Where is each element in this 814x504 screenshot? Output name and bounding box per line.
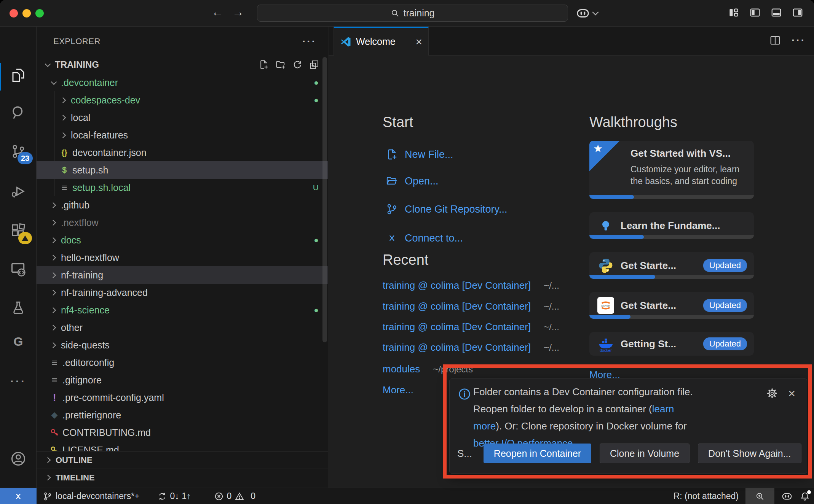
recent-more-link[interactable]: More... bbox=[383, 384, 413, 396]
progress-bar bbox=[589, 315, 754, 319]
copilot-icon[interactable] bbox=[781, 491, 793, 502]
tree-item-devcontainer-json[interactable]: devcontainer.json bbox=[37, 144, 328, 161]
tree-item-hello-nextflow[interactable]: hello-nextflow bbox=[37, 249, 328, 266]
sync-status[interactable]: 0↓ 1↑ bbox=[157, 491, 191, 501]
toggle-panel-icon[interactable] bbox=[771, 7, 782, 18]
tree-item-pre-commit-config[interactable]: .pre-commit-config.yaml bbox=[37, 389, 328, 406]
customize-layout-icon[interactable] bbox=[728, 7, 739, 18]
start-open[interactable]: Open... bbox=[386, 173, 439, 189]
collapse-all-icon[interactable] bbox=[309, 59, 319, 70]
zoom-status[interactable] bbox=[745, 488, 774, 504]
config-file-icon bbox=[49, 374, 60, 386]
tree-item-codespaces-dev[interactable]: codespaces-dev ● bbox=[37, 91, 328, 109]
chevron-right-icon bbox=[43, 455, 53, 465]
tree-item-nf-training[interactable]: nf-training bbox=[37, 266, 328, 284]
source-control-badge: 23 bbox=[18, 152, 33, 164]
walkthrough-card-jupyter[interactable]: jupyter Get Starte... Updated bbox=[589, 292, 754, 319]
close-icon[interactable]: × bbox=[415, 36, 422, 48]
updated-badge: Updated bbox=[703, 259, 747, 272]
recent-item[interactable]: training @ colima [Dev Container] ~/... bbox=[383, 300, 559, 314]
truncated-button[interactable]: S... bbox=[457, 448, 472, 459]
extensions-warning-badge bbox=[18, 232, 32, 244]
vscode-window: ← → training 23 bbox=[0, 0, 814, 504]
toggle-primary-sidebar-icon[interactable] bbox=[749, 7, 761, 18]
warning-icon bbox=[235, 491, 244, 501]
recent-item[interactable]: training @ colima [Dev Container] ~/... bbox=[383, 280, 559, 293]
walkthrough-card-docker[interactable]: docker Getting St... Updated bbox=[589, 332, 754, 356]
branch-status[interactable]: local-devcontainers*+ bbox=[43, 491, 140, 501]
recent-item[interactable]: training @ colima [Dev Container] ~/... bbox=[383, 321, 559, 335]
run-debug-icon[interactable] bbox=[0, 181, 37, 202]
recent-item[interactable]: training @ colima [Dev Container] ~/... bbox=[383, 342, 559, 355]
tree-item-nf4-science[interactable]: nf4-science ● bbox=[37, 301, 328, 319]
explorer-more-actions-icon[interactable]: ··· bbox=[302, 35, 316, 48]
start-connect-to[interactable]: Connect to... bbox=[386, 230, 463, 246]
navigate-back-icon[interactable]: ← bbox=[212, 5, 223, 19]
tree-item-editorconfig[interactable]: .editorconfig bbox=[37, 354, 328, 371]
testing-icon[interactable] bbox=[0, 297, 37, 319]
more-views-icon[interactable]: ··· bbox=[0, 371, 37, 392]
notification-settings-gear-icon[interactable] bbox=[766, 387, 778, 399]
contributing-file-icon bbox=[49, 427, 60, 438]
tree-item-nextflow[interactable]: .nextflow bbox=[37, 214, 328, 231]
r-status[interactable]: R: (not attached) bbox=[674, 491, 739, 501]
window-minimize-button[interactable] bbox=[22, 9, 31, 17]
workspace-section-header[interactable]: TRAINING bbox=[37, 56, 328, 73]
tab-welcome[interactable]: Welcome × bbox=[334, 27, 429, 56]
search-value: training bbox=[404, 8, 435, 19]
tree-item-docs[interactable]: docs ● bbox=[37, 231, 328, 249]
editor-more-actions-icon[interactable]: ··· bbox=[792, 34, 806, 46]
command-center-search[interactable]: training bbox=[257, 5, 568, 22]
remote-indicator[interactable] bbox=[0, 488, 37, 504]
timeline-section-header[interactable]: TIMELINE bbox=[37, 469, 328, 486]
new-file-icon[interactable] bbox=[259, 59, 269, 70]
start-clone-repo[interactable]: Clone Git Repository... bbox=[386, 201, 508, 218]
walkthrough-card-fundamentals[interactable]: Learn the Fundame... bbox=[589, 212, 754, 239]
toggle-secondary-sidebar-icon[interactable] bbox=[792, 7, 803, 18]
tree-item-setup-sh-local[interactable]: setup.sh.local U bbox=[37, 179, 328, 196]
gitlens-icon[interactable]: G bbox=[0, 331, 37, 352]
progress-bar bbox=[589, 275, 754, 279]
window-close-button[interactable] bbox=[10, 9, 18, 17]
chevron-down-icon bbox=[43, 60, 53, 70]
clone-in-volume-button[interactable]: Clone in Volume bbox=[600, 444, 690, 463]
status-bar: local-devcontainers*+ 0↓ 1↑ 0 0 R: (not … bbox=[0, 488, 814, 504]
tree-item-local[interactable]: local bbox=[37, 109, 328, 126]
dont-show-again-button[interactable]: Don't Show Again... bbox=[698, 444, 801, 463]
start-new-file[interactable]: New File... bbox=[386, 146, 453, 163]
walkthrough-card-get-started[interactable]: ★ Get Started with VS... Customize your … bbox=[589, 141, 754, 199]
tree-item-devcontainer[interactable]: .devcontainer ● bbox=[37, 74, 328, 91]
tree-item-prettierignore[interactable]: .prettierignore bbox=[37, 406, 328, 424]
tree-item-local-features[interactable]: local-features bbox=[37, 126, 328, 144]
chevron-right-icon bbox=[49, 235, 59, 245]
chevron-right-icon bbox=[59, 130, 69, 140]
account-icon[interactable] bbox=[0, 448, 37, 469]
notification-close-icon[interactable]: × bbox=[788, 387, 795, 399]
tree-item-side-quests[interactable]: side-quests bbox=[37, 336, 328, 354]
tree-item-setup-sh[interactable]: setup.sh bbox=[37, 161, 328, 179]
tree-item-contributing[interactable]: CONTRIBUTING.md bbox=[37, 424, 328, 441]
split-editor-icon[interactable] bbox=[769, 35, 781, 46]
tree-item-nf-training-advanced[interactable]: nf-training-advanced bbox=[37, 284, 328, 301]
search-icon[interactable] bbox=[0, 102, 37, 123]
navigate-forward-icon[interactable]: → bbox=[232, 5, 244, 19]
explorer-icon[interactable] bbox=[0, 65, 37, 86]
python-icon bbox=[597, 257, 614, 274]
reopen-in-container-button[interactable]: Reopen in Container bbox=[484, 444, 591, 463]
tree-item-other[interactable]: other bbox=[37, 319, 328, 336]
outline-section-header[interactable]: OUTLINE bbox=[37, 451, 328, 469]
refresh-icon[interactable] bbox=[292, 59, 303, 70]
new-folder-icon[interactable] bbox=[275, 59, 286, 70]
recent-item[interactable]: modules ~/projects bbox=[383, 363, 473, 377]
window-zoom-button[interactable] bbox=[35, 9, 44, 17]
copilot-menu[interactable] bbox=[576, 6, 598, 21]
chevron-right-icon bbox=[49, 323, 59, 332]
updated-badge: Updated bbox=[703, 337, 747, 350]
tree-item-github[interactable]: .github bbox=[37, 196, 328, 214]
walkthrough-card-python[interactable]: Get Starte... Updated bbox=[589, 252, 754, 279]
tree-item-gitignore[interactable]: .gitignore bbox=[37, 371, 328, 389]
sidebar-scrollbar[interactable] bbox=[322, 57, 327, 342]
problems-status[interactable]: 0 0 bbox=[214, 491, 256, 501]
remote-explorer-icon[interactable] bbox=[0, 259, 37, 280]
notifications-bell[interactable] bbox=[800, 491, 810, 502]
